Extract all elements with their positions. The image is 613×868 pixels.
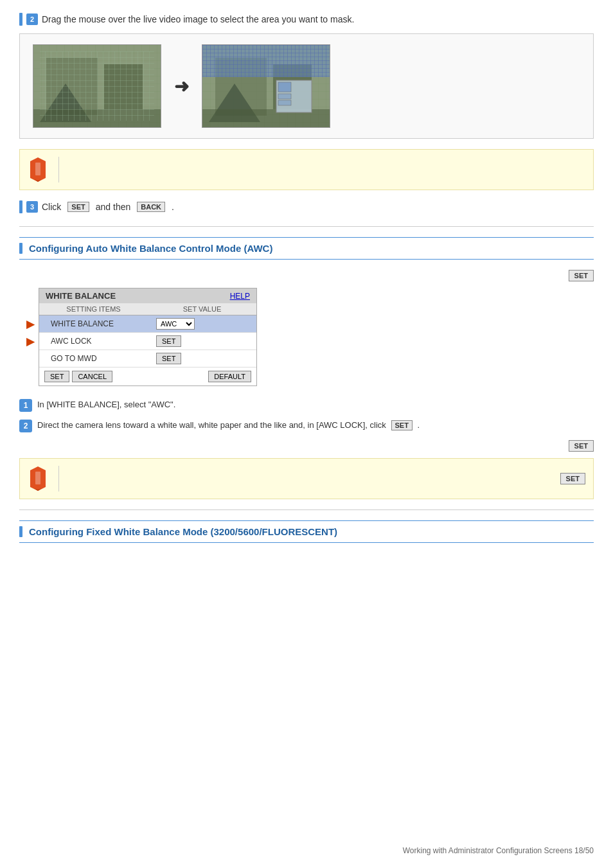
step3-set-btn[interactable]: SET	[67, 202, 89, 212]
wb-panel-footer: SET CANCEL DEFAULT	[39, 368, 256, 385]
image-row: ➜	[33, 44, 580, 128]
wb-goto-mwd-set-btn[interactable]: SET	[156, 353, 181, 364]
svg-rect-0	[33, 45, 161, 128]
section-blue-bar-2	[19, 526, 22, 537]
awc-section-title: Configuring Auto White Balance Control M…	[29, 243, 272, 254]
wb-awc-lock-set-btn[interactable]: SET	[156, 335, 181, 347]
step2-badge: 2	[26, 13, 38, 25]
wb-row1-label: WHITE BALANCE	[39, 317, 151, 331]
wb-row-2-wrapper: ▶ AWC LOCK SET	[39, 333, 256, 350]
blue-accent-bar-3	[19, 200, 22, 213]
awc-step2-text: Direct the camera lens toward a white wa…	[37, 420, 420, 430]
wb-panel-wrapper: WHITE BALANCE HELP SETTING ITEMS SET VAL…	[39, 288, 257, 386]
wb-row-2: AWC LOCK SET	[39, 333, 256, 350]
step3-and-then-text: and then	[96, 202, 131, 212]
image-demo-box: ➜	[19, 33, 594, 139]
wb-footer-set-btn[interactable]: SET	[44, 371, 69, 382]
wb-row1-value: AWC 3200K 5600K FLUORESCENT	[151, 315, 256, 332]
step3-badge: 3	[26, 201, 38, 213]
pencil-icon-2	[26, 465, 49, 492]
wb-arrow-2: ▶	[26, 335, 34, 348]
svg-rect-1	[33, 45, 161, 128]
after-image-svg	[202, 45, 330, 128]
awc-instruction-1: 1 In [WHITE BALANCE], select "AWC".	[19, 399, 594, 412]
page-footer: Working with Administrator Configuration…	[403, 846, 594, 855]
camera-before-image	[33, 44, 161, 128]
set-button-note[interactable]: SET	[560, 473, 585, 484]
fixed-wb-section-header: Configuring Fixed White Balance Mode (32…	[19, 520, 594, 543]
step2-text: Drag the mouse over the live video image…	[42, 14, 354, 24]
step2-row: 2 Drag the mouse over the live video ima…	[19, 13, 594, 26]
svg-rect-22	[35, 163, 40, 175]
pencil-icon	[26, 156, 49, 183]
note-box-1	[19, 149, 594, 190]
wb-panel: WHITE BALANCE HELP SETTING ITEMS SET VAL…	[39, 288, 257, 386]
wb-footer-cancel-btn[interactable]: CANCEL	[72, 371, 112, 382]
svg-rect-2	[46, 58, 98, 116]
step3-suffix: .	[172, 202, 174, 212]
awc-step2-main-text: Direct the camera lens toward a white wa…	[37, 420, 386, 430]
svg-rect-5	[33, 109, 161, 128]
wb-col2-header: SET VALUE	[148, 303, 256, 315]
awc-step1-text: In [WHITE BALANCE], select "AWC".	[37, 399, 175, 409]
wb-row2-label: AWC LOCK	[39, 334, 151, 348]
wb-row-1-wrapper: ▶ WHITE BALANCE AWC 3200K 5600K FLUORESC…	[39, 315, 256, 333]
note-divider-2	[58, 466, 59, 492]
blue-accent-bar	[19, 13, 22, 26]
note-divider	[58, 157, 59, 182]
wb-panel-title: WHITE BALANCE	[46, 291, 116, 301]
wb-row3-value: SET	[151, 350, 256, 367]
wb-arrow-1: ▶	[26, 318, 34, 330]
svg-rect-3	[104, 64, 143, 109]
svg-rect-15	[202, 45, 330, 77]
awc-step2-badge: 2	[19, 420, 32, 432]
set-button-top[interactable]: SET	[569, 270, 594, 281]
wb-col-headers: SETTING ITEMS SET VALUE	[39, 303, 256, 315]
wb-row2-value: SET	[151, 333, 256, 350]
wb-footer-default-btn[interactable]: DEFAULT	[208, 371, 251, 382]
awc-step2-set-btn[interactable]: SET	[391, 420, 413, 430]
set-btn-container-top: SET	[19, 270, 594, 281]
svg-rect-19	[278, 100, 291, 105]
set-btn-container-mid: SET	[19, 440, 594, 452]
wb-col1-header: SETTING ITEMS	[39, 303, 148, 315]
section-blue-bar	[19, 243, 22, 254]
camera-after-image	[202, 44, 330, 128]
wb-row-3: GO TO MWD SET	[39, 350, 256, 368]
wb-row-1: WHITE BALANCE AWC 3200K 5600K FLUORESCEN…	[39, 315, 256, 333]
awc-section-header: Configuring Auto White Balance Control M…	[19, 237, 594, 260]
set-button-mid[interactable]: SET	[569, 440, 594, 452]
svg-rect-25	[35, 472, 40, 484]
wb-help-link[interactable]: HELP	[230, 292, 250, 301]
awc-step2-suffix: .	[418, 420, 420, 430]
awc-instruction-2: 2 Direct the camera lens toward a white …	[19, 420, 594, 432]
svg-rect-18	[278, 94, 291, 99]
svg-rect-17	[278, 82, 291, 92]
separator-1	[19, 226, 594, 227]
wb-awc-select[interactable]: AWC 3200K 5600K FLUORESCENT	[156, 318, 195, 330]
step3-back-btn[interactable]: BACK	[137, 202, 165, 212]
before-image-svg	[33, 45, 161, 128]
svg-marker-4	[40, 84, 91, 122]
note-box-2: SET	[19, 458, 594, 499]
awc-step1-badge: 1	[19, 399, 32, 412]
step3-row: 3 Click SET and then BACK .	[19, 200, 594, 213]
separator-2	[19, 509, 594, 510]
arrow-right-icon: ➜	[174, 76, 189, 97]
fixed-wb-section-title: Configuring Fixed White Balance Mode (32…	[29, 526, 337, 537]
step3-click-text: Click	[42, 202, 61, 212]
wb-row3-label: GO TO MWD	[39, 351, 151, 366]
wb-panel-header: WHITE BALANCE HELP	[39, 288, 256, 303]
